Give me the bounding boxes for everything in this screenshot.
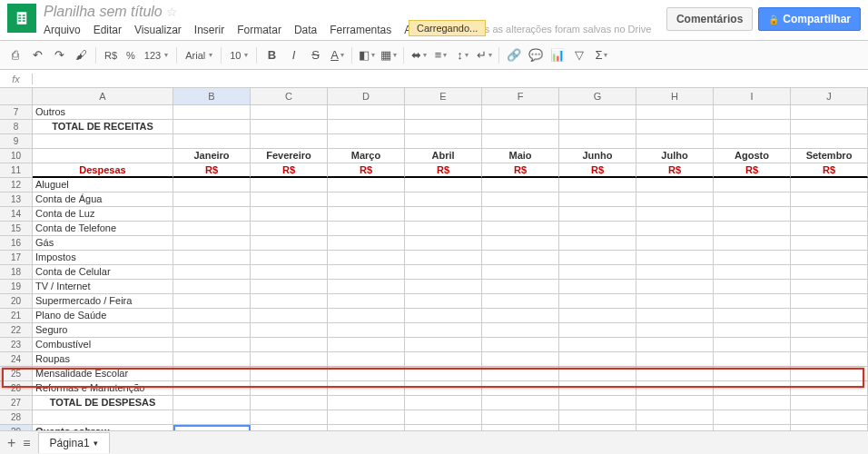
strike-icon[interactable]: S — [305, 45, 325, 65]
formula-bar: fx — [0, 70, 868, 88]
col-header-i[interactable]: I — [714, 88, 791, 104]
fill-color-icon[interactable]: ◧ — [357, 45, 377, 65]
comments-button[interactable]: Comentários — [666, 7, 753, 31]
insert-link-icon[interactable]: 🔗 — [504, 45, 524, 65]
menu-inserir[interactable]: Inserir — [194, 24, 224, 36]
col-header-a[interactable]: A — [33, 88, 173, 104]
bold-icon[interactable]: B — [261, 45, 281, 65]
italic-icon[interactable]: I — [283, 45, 303, 65]
insert-chart-icon[interactable]: 📊 — [547, 45, 567, 65]
font-select[interactable]: Arial — [182, 50, 216, 61]
fx-label: fx — [0, 74, 33, 84]
col-header-f[interactable]: F — [482, 88, 559, 104]
filter-icon[interactable]: ▽ — [569, 45, 589, 65]
loading-badge: Carregando... — [409, 20, 486, 36]
currency-format[interactable]: R$ — [101, 50, 121, 61]
toolbar: ⎙ ↶ ↷ 🖌 R$ % 123 Arial 10 B I S A ◧ ▦ ⬌ … — [0, 41, 868, 70]
font-size[interactable]: 10 — [226, 50, 252, 61]
app-header: Planilha sem título☆ Arquivo Editar Visu… — [0, 0, 868, 41]
paint-format-icon[interactable]: 🖌 — [71, 45, 91, 65]
add-sheet-icon[interactable]: + — [7, 435, 15, 451]
chevron-down-icon[interactable]: ▾ — [94, 439, 98, 448]
col-header-c[interactable]: C — [251, 88, 328, 104]
menu-ferramentas[interactable]: Ferramentas — [330, 24, 391, 36]
borders-icon[interactable]: ▦ — [379, 45, 399, 65]
cell[interactable]: Outros — [33, 105, 173, 120]
cell[interactable]: TOTAL DE RECEITAS — [33, 120, 173, 134]
star-icon[interactable]: ☆ — [166, 5, 178, 19]
all-sheets-icon[interactable]: ≡ — [23, 436, 30, 450]
sheet-tabs: + ≡ Página1▾ — [0, 430, 868, 454]
select-all-corner[interactable] — [0, 88, 33, 104]
redo-icon[interactable]: ↷ — [49, 45, 69, 65]
sheets-logo[interactable] — [7, 4, 36, 33]
spreadsheet-grid: A B C D E F G H I J 7Outros 8TOTAL DE RE… — [0, 88, 868, 454]
percent-format[interactable]: % — [123, 50, 139, 61]
menu-editar[interactable]: Editar — [94, 24, 122, 36]
doc-title[interactable]: Planilha sem título — [44, 2, 163, 21]
col-header-e[interactable]: E — [405, 88, 482, 104]
text-color-icon[interactable]: A — [327, 45, 347, 65]
print-icon[interactable]: ⎙ — [5, 45, 25, 65]
col-header-h[interactable]: H — [636, 88, 714, 104]
menu-arquivo[interactable]: Arquivo — [44, 24, 81, 36]
drive-status: Todas as alterações foram salvas no Driv… — [463, 24, 651, 36]
functions-icon[interactable]: Σ — [591, 45, 611, 65]
col-header-g[interactable]: G — [559, 88, 636, 104]
col-header-b[interactable]: B — [173, 88, 251, 104]
number-format[interactable]: 123 — [141, 50, 172, 61]
row-header[interactable]: 7 — [0, 105, 33, 120]
sheet-tab[interactable]: Página1▾ — [38, 432, 110, 453]
valign-icon[interactable]: ↕ — [452, 45, 472, 65]
menu-data[interactable]: Data — [294, 24, 317, 36]
menu-bar: Arquivo Editar Visualizar Inserir Format… — [44, 20, 666, 40]
merge-icon[interactable]: ⬌ — [409, 45, 429, 65]
wrap-icon[interactable]: ↵ — [474, 45, 494, 65]
menu-formatar[interactable]: Formatar — [237, 24, 281, 36]
share-button[interactable]: Compartilhar — [758, 7, 861, 31]
insert-comment-icon[interactable]: 💬 — [526, 45, 546, 65]
col-header-j[interactable]: J — [791, 88, 868, 104]
halign-icon[interactable]: ≡ — [430, 45, 450, 65]
menu-visualizar[interactable]: Visualizar — [134, 24, 182, 36]
col-header-d[interactable]: D — [328, 88, 405, 104]
undo-icon[interactable]: ↶ — [27, 45, 47, 65]
